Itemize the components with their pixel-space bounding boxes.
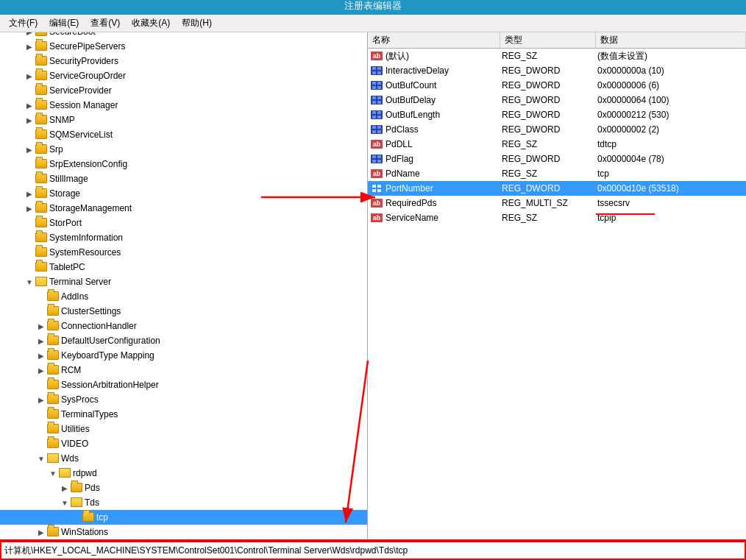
tree-expander-secureBoot[interactable]: ▶ xyxy=(24,32,35,38)
tree-item-snmp[interactable]: ▶SNMP xyxy=(0,113,367,127)
tree-item-wds[interactable]: ▼Wds xyxy=(0,451,367,466)
tree-expander-utilities[interactable] xyxy=(35,423,47,435)
tree-expander-rcm[interactable]: ▶ xyxy=(35,364,47,376)
tree-item-securityProviders[interactable]: SecurityProviders xyxy=(0,54,367,68)
entry-type-pdName: REG_SZ xyxy=(502,169,597,179)
tree-item-rdpwd[interactable]: ▼rdpwd xyxy=(0,466,367,481)
tree-item-sqmServiceList[interactable]: SQMServiceList xyxy=(0,127,367,142)
tree-expander-srp[interactable]: ▶ xyxy=(24,143,35,155)
tree-item-video[interactable]: VIDEO xyxy=(0,436,367,451)
entry-row-serviceName[interactable]: abServiceNameREG_SZtcpip xyxy=(368,210,746,225)
tree-expander-winStations[interactable]: ▶ xyxy=(35,526,47,538)
tree-expander-clusterSettings[interactable] xyxy=(35,305,47,317)
tree-item-srpExtensionConfig[interactable]: SrpExtensionConfig xyxy=(0,157,367,171)
tree-expander-wds[interactable]: ▼ xyxy=(35,453,47,464)
tree-expander-sqmServiceList[interactable] xyxy=(24,129,35,141)
entry-row-outBufCount[interactable]: OutBufCountREG_DWORD0x00000006 (6) xyxy=(368,78,746,93)
col-header-name: 名称 xyxy=(368,32,500,48)
tree-expander-serviceGroupOrder[interactable]: ▶ xyxy=(24,70,35,82)
tree-item-stillImage[interactable]: StillImage xyxy=(0,171,367,186)
svg-rect-16 xyxy=(372,111,376,114)
tree-expander-storage[interactable]: ▶ xyxy=(24,188,35,199)
menu-edit[interactable]: 编辑(E) xyxy=(43,15,85,31)
tree-item-addIns[interactable]: AddIns xyxy=(0,289,367,304)
tree-item-defaultUserConfiguration[interactable]: ▶DefaultUserConfiguration xyxy=(0,333,367,348)
entry-type-pdDLL: REG_SZ xyxy=(502,139,597,149)
tree-item-winStations[interactable]: ▶WinStations xyxy=(0,525,367,539)
tree-item-tds[interactable]: ▼Tds xyxy=(0,495,367,510)
tree-expander-systemInformation[interactable] xyxy=(24,232,35,244)
tree-item-sessionManager[interactable]: ▶Session Manager xyxy=(0,98,367,113)
tree-expander-defaultUserConfiguration[interactable]: ▶ xyxy=(35,335,47,347)
tree-expander-keyboardTypeMapping[interactable]: ▶ xyxy=(35,350,47,361)
tree-item-terminalTypes[interactable]: TerminalTypes xyxy=(0,407,367,422)
tree-item-sessionArbitrationHelper[interactable]: SessionArbitrationHelper xyxy=(0,378,367,392)
entry-row-pdDLL[interactable]: abPdDLLREG_SZtdtcp xyxy=(368,137,746,152)
tree-item-serviceProvider[interactable]: ServiceProvider xyxy=(0,83,367,98)
tree-label-storageManagement: StorageManagement xyxy=(49,203,132,213)
tree-expander-connectionHandler[interactable]: ▶ xyxy=(35,320,47,332)
entry-row-pdName[interactable]: abPdNameREG_SZtcp xyxy=(368,166,746,181)
tree-expander-pds[interactable]: ▶ xyxy=(59,482,71,494)
tree-expander-addIns[interactable] xyxy=(35,291,47,302)
tree-expander-sessionArbitrationHelper[interactable] xyxy=(35,379,47,391)
tree-expander-tcp[interactable] xyxy=(71,511,82,523)
tree-item-storPort[interactable]: StorPort xyxy=(0,216,367,230)
menu-favorites[interactable]: 收藏夹(A) xyxy=(126,15,176,31)
tree-expander-securePipeServers[interactable]: ▶ xyxy=(24,40,35,52)
tree-item-utilities[interactable]: Utilities xyxy=(0,422,367,436)
tree-expander-storPort[interactable] xyxy=(24,217,35,229)
tree-item-connectionHandler[interactable]: ▶ConnectionHandler xyxy=(0,319,367,333)
tree-expander-systemResources[interactable] xyxy=(24,247,35,258)
tree-item-srp[interactable]: ▶Srp xyxy=(0,142,367,157)
tree-expander-video[interactable] xyxy=(35,438,47,450)
entry-row-outBufLength[interactable]: OutBufLengthREG_DWORD0x00000212 (530) xyxy=(368,107,746,122)
entry-row-portNumber[interactable]: PortNumberREG_DWORD0x0000d10e (53518) xyxy=(368,181,746,196)
tree-item-clusterSettings[interactable]: ClusterSettings xyxy=(0,304,367,319)
menu-help[interactable]: 帮助(H) xyxy=(176,15,218,31)
menu-file[interactable]: 文件(F) xyxy=(3,15,43,31)
tree-label-sqmServiceList: SQMServiceList xyxy=(49,130,113,140)
tree-pane: ▶SecureBoot▶SecurePipeServersSecurityPro… xyxy=(0,32,368,539)
tree-item-terminalServer[interactable]: ▼Terminal Server xyxy=(0,274,367,289)
tree-item-pds[interactable]: ▶Pds xyxy=(0,481,367,495)
tree-expander-storageManagement[interactable]: ▶ xyxy=(24,202,35,214)
tree-item-secureBoot[interactable]: ▶SecureBoot xyxy=(0,32,367,39)
entry-row-requiredPds[interactable]: abRequiredPdsREG_MULTI_SZtssecsrv xyxy=(368,196,746,210)
tree-item-rcm[interactable]: ▶RCM xyxy=(0,363,367,378)
tree-expander-sysProcs[interactable]: ▶ xyxy=(35,394,47,405)
tree-item-sysProcs[interactable]: ▶SysProcs xyxy=(0,392,367,407)
tree-expander-tds[interactable]: ▼ xyxy=(59,497,71,508)
folder-icon-serviceProvider xyxy=(35,85,47,96)
tree-item-serviceGroupOrder[interactable]: ▶ServiceGroupOrder xyxy=(0,68,367,83)
entry-row-interactiveDelay[interactable]: InteractiveDelayREG_DWORD0x0000000a (10) xyxy=(368,63,746,78)
tree-scroll[interactable]: ▶SecureBoot▶SecurePipeServersSecurityPro… xyxy=(0,32,367,539)
entry-row-outBufDelay[interactable]: OutBufDelayREG_DWORD0x00000064 (100) xyxy=(368,93,746,107)
tree-item-securePipeServers[interactable]: ▶SecurePipeServers xyxy=(0,39,367,54)
tree-item-keyboardTypeMapping[interactable]: ▶KeyboardType Mapping xyxy=(0,348,367,363)
tree-expander-sessionManager[interactable]: ▶ xyxy=(24,99,35,111)
tree-item-tabletPC[interactable]: TabletPC xyxy=(0,260,367,274)
tree-expander-stillImage[interactable] xyxy=(24,173,35,185)
tree-expander-terminalServer[interactable]: ▼ xyxy=(24,276,35,288)
tree-item-systemResources[interactable]: SystemResources xyxy=(0,245,367,260)
tree-expander-securityProviders[interactable] xyxy=(24,55,35,67)
tree-expander-terminalTypes[interactable] xyxy=(35,408,47,420)
entry-row-pdFlag[interactable]: PdFlagREG_DWORD0x0000004e (78) xyxy=(368,152,746,166)
tree-item-storageManagement[interactable]: ▶StorageManagement xyxy=(0,201,367,216)
tree-item-storage[interactable]: ▶Storage xyxy=(0,186,367,201)
entries-list[interactable]: ab(默认)REG_SZ(数值未设置)InteractiveDelayREG_D… xyxy=(368,49,746,539)
tree-expander-tabletPC[interactable] xyxy=(24,261,35,273)
svg-rect-23 xyxy=(372,130,376,133)
entry-row-pdClass[interactable]: PdClassREG_DWORD0x00000002 (2) xyxy=(368,122,746,137)
tree-label-sessionManager: Session Manager xyxy=(49,100,118,110)
tree-expander-snmp[interactable]: ▶ xyxy=(24,114,35,126)
menu-view[interactable]: 查看(V) xyxy=(85,15,126,31)
tree-expander-rdpwd[interactable]: ▼ xyxy=(47,467,59,479)
entry-row-default[interactable]: ab(默认)REG_SZ(数值未设置) xyxy=(368,49,746,63)
title-text: 注册表编辑器 xyxy=(344,0,402,13)
tree-expander-srpExtensionConfig[interactable] xyxy=(24,158,35,170)
tree-item-systemInformation[interactable]: SystemInformation xyxy=(0,230,367,245)
tree-item-tcp[interactable]: tcp xyxy=(0,510,367,525)
tree-expander-serviceProvider[interactable] xyxy=(24,85,35,96)
